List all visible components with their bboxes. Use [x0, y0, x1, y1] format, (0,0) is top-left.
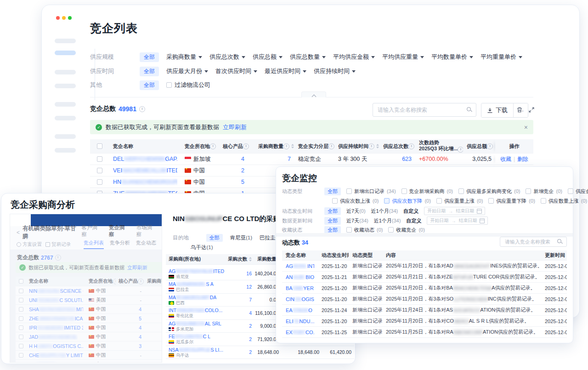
search-icon[interactable] [557, 239, 563, 245]
time-range-option[interactable]: 近1个月(34) [371, 208, 398, 215]
filter-dropdown[interactable]: 最近供应时间 [265, 67, 306, 75]
tab-customer-insight[interactable]: 客户洞察 [81, 224, 102, 241]
row-checkbox[interactable] [19, 335, 23, 339]
sort-icon[interactable] [291, 144, 294, 148]
favorite-link[interactable]: 收藏 [500, 155, 511, 163]
row-checkbox[interactable] [19, 362, 23, 363]
update-all-chip[interactable]: 全部 [324, 217, 341, 225]
refresh-link[interactable]: 立即刷新 [127, 264, 147, 271]
close-icon[interactable]: × [524, 124, 528, 131]
competitor-name-link[interactable]: DELIVERYCHEMSINGAP... [113, 156, 177, 162]
buyer-name-link[interactable]: MAQUINARIASRLS A [169, 281, 214, 287]
scheme-settings[interactable]: 方案设置 [17, 241, 42, 248]
competitor-name-link[interactable]: ZHEJIANGXINANCHEICAL [29, 316, 83, 321]
competitor-name-link[interactable]: CINOHOGIS... [286, 296, 314, 302]
monitor-type-checkbox[interactable]: 供应重量下降(0) [488, 198, 535, 205]
time-range-option[interactable]: 近1个月(34) [374, 217, 401, 224]
filter-all-chip[interactable]: 全部 [140, 80, 159, 90]
sidebar-item[interactable] [55, 134, 76, 139]
competitor-name-link[interactable]: ANHUIR BIO... [286, 274, 314, 280]
refresh-link[interactable]: 立即刷新 [223, 123, 247, 131]
filter-dropdown[interactable]: 供应总数量 [290, 53, 326, 61]
time-range-option[interactable]: 近7天(34) [346, 217, 368, 224]
search-input[interactable] [377, 106, 467, 114]
filter-checkbox[interactable]: 过滤物流公司 [166, 81, 210, 89]
monitor-type-checkbox[interactable]: 新增竞企(0) [526, 188, 562, 195]
competitor-name-link[interactable]: VEINACHEMICALLIMITED [113, 167, 177, 174]
tab-competitor-insight[interactable]: 竞企洞察 [109, 224, 130, 241]
filter-all-chip[interactable]: 全部 [140, 52, 159, 62]
row-checkbox[interactable] [97, 168, 102, 173]
competitor-name-link[interactable]: IPROCHEMGROIMITED 35... [29, 325, 83, 330]
sort-icon[interactable] [249, 257, 252, 262]
subtab-competitor-list[interactable]: 竞企列表 [84, 239, 104, 249]
competitor-name-link[interactable]: H HUANYUOGISTICS C... [29, 343, 83, 349]
buyer-name-link[interactable]: MARCAAGROLIMITDA [169, 295, 216, 300]
competitor-name-link[interactable]: JADEAGROCHEMICAL [29, 334, 78, 340]
subtab-competition-analysis[interactable]: 竞争分析 [110, 239, 130, 249]
search-input[interactable] [504, 239, 557, 245]
monitor-type-checkbox[interactable]: 收藏动态(0) [346, 227, 383, 233]
competitor-name-link[interactable]: NINGBOSUNUSCIENCE C... [29, 288, 83, 294]
monitor-type-checkbox[interactable]: 供应重量上涨(0) [436, 198, 483, 205]
custom-range-label[interactable]: 自定义 [403, 208, 418, 215]
type-all-chip[interactable]: 全部 [324, 188, 341, 195]
destination-option[interactable]: 肯尼亚(1) [230, 234, 253, 241]
subtab-competitor-news[interactable]: 竞企动态 [136, 239, 156, 249]
monitor-type-checkbox[interactable]: 供应最多采购商变化(0) [458, 188, 520, 195]
monitor-type-checkbox[interactable]: 新增出口记录(34) [346, 188, 396, 195]
monitor-type-checkbox[interactable]: 供应次数上涨(0) [332, 198, 379, 205]
competitor-name-link[interactable]: EASTAGRO [286, 307, 312, 313]
filter-dropdown[interactable]: 平均供应金额 [333, 53, 375, 61]
sidebar-item[interactable] [55, 116, 76, 120]
competitor-name-link[interactable]: BAOMEYER ... [286, 285, 314, 291]
filter-dropdown[interactable]: 供应总次数 [209, 53, 245, 61]
row-checkbox[interactable] [19, 353, 23, 358]
sidebar-item[interactable] [55, 102, 76, 107]
sidebar-item[interactable] [55, 70, 76, 74]
trade-records[interactable]: 贸易记录 [45, 241, 71, 248]
competitor-name-link[interactable]: ULTRAFASTLOGISTICS ... [29, 362, 83, 363]
row-checkbox[interactable] [97, 179, 102, 185]
filter-dropdown[interactable]: 平均重量单价 [481, 53, 522, 61]
row-checkbox[interactable] [19, 344, 23, 348]
date-range-input[interactable]: 开始日期→结束日期 [424, 207, 485, 215]
filter-dropdown[interactable]: 平均供应重量 [382, 53, 424, 61]
competitor-name-link[interactable]: AGROFA INT... [286, 263, 314, 269]
filter-all-chip[interactable]: 全部 [140, 67, 159, 76]
window-control-dot[interactable] [68, 16, 72, 20]
delete-link[interactable]: 删除 [517, 155, 528, 163]
tab-market-insight[interactable]: 市场洞察 [136, 224, 157, 241]
date-range-input[interactable]: 开始日期→结束日期 [427, 216, 488, 225]
buyer-name-link[interactable]: AGROVETKENYALIMITED [169, 268, 224, 274]
row-checkbox[interactable] [19, 325, 23, 330]
monitor-type-checkbox[interactable]: 竞企新增采购商(0) [401, 188, 453, 195]
sidebar-item[interactable] [55, 84, 76, 88]
occur-all-chip[interactable]: 全部 [324, 207, 341, 215]
buyer-name-link[interactable]: INTERAGROSASCOLO... [169, 307, 222, 313]
competitor-name-link[interactable]: SHANDONGWEIFANGMITED [29, 307, 83, 312]
competitor-name-link[interactable]: EXPORTCO... [286, 330, 314, 335]
window-controls[interactable] [56, 16, 72, 20]
back-icon[interactable]: < [17, 229, 20, 236]
expand-button[interactable] [526, 104, 537, 115]
favorite-all-chip[interactable]: 全部 [324, 226, 341, 234]
custom-range-label[interactable]: 自定义 [406, 217, 421, 224]
download-button[interactable]: 下载 [481, 103, 513, 117]
filter-dropdown[interactable]: 供应总额 [253, 53, 283, 61]
collapse-filters-tab[interactable] [301, 91, 326, 97]
competitor-name-link[interactable]: ELITENDU... [286, 319, 314, 324]
filter-dropdown[interactable]: 供应最大月份 [166, 67, 208, 75]
monitor-type-checkbox[interactable]: 供应次数下降(0) [384, 198, 430, 205]
search-icon[interactable] [467, 107, 472, 113]
destination-all-chip[interactable]: 全部 [206, 234, 223, 242]
row-checkbox[interactable] [19, 289, 23, 293]
buyer-name-link[interactable]: FERTILIZANTESC L [169, 334, 210, 339]
monitor-type-checkbox[interactable]: 供应金额上涨(0) [568, 188, 588, 195]
monitor-type-checkbox[interactable]: 收藏竞企(0) [388, 227, 424, 233]
competitor-name-link[interactable]: CHEMSUPPLYSKY LIMITED [29, 353, 83, 358]
select-all-checkbox[interactable] [19, 279, 23, 284]
destination-option[interactable]: 乌干达(1) [191, 244, 213, 251]
filter-dropdown[interactable]: 采购商数量 [166, 53, 202, 61]
monitor-search-box[interactable] [500, 237, 567, 247]
